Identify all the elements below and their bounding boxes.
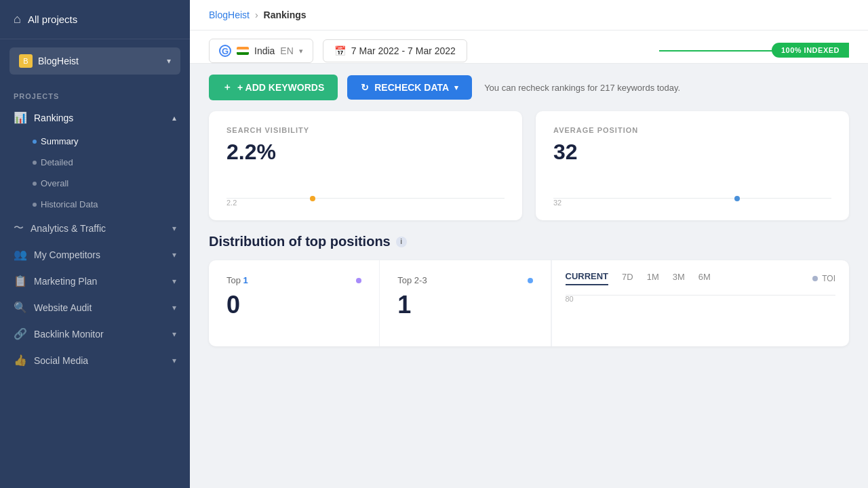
top1-dot	[356, 278, 361, 283]
project-favicon: B	[19, 54, 33, 68]
top1-pos-num: 1	[243, 275, 248, 285]
sidebar-item-overall[interactable]: Overall	[0, 173, 190, 194]
social-icon: 👍	[14, 354, 27, 367]
top2-3-dot	[528, 278, 533, 283]
backlink-chevron-icon: ▾	[172, 329, 176, 339]
sidebar-item-competitors[interactable]: 👥 My Competitors ▾	[0, 241, 190, 268]
sidebar-item-rankings[interactable]: 📊 Rankings ▴	[0, 104, 190, 131]
tab-1m[interactable]: 1M	[647, 272, 659, 285]
google-icon: G	[219, 45, 231, 57]
detailed-dot	[33, 161, 37, 165]
engine-filter-button[interactable]: G India EN ▾	[209, 39, 313, 63]
overall-dot	[33, 182, 37, 186]
recheck-info-text: You can recheck rankings for 217 keyword…	[484, 83, 680, 93]
main-content: BlogHeist › Rankings G India EN ▾ 📅 7 Ma…	[190, 0, 868, 488]
breadcrumb-current: Rankings	[264, 9, 307, 20]
sidebar-item-analytics[interactable]: 〜 Analytics & Traffic ▾	[0, 215, 190, 241]
audit-chevron-icon: ▾	[172, 303, 176, 312]
metrics-row: SEARCH VISIBILITY 2.2% 2.2 AVERAGE POSIT…	[190, 111, 868, 234]
projects-section-label: PROJECTS	[0, 83, 190, 104]
all-projects-link[interactable]: ⌂ All projects	[0, 0, 190, 39]
backlink-label: Backlink Monitor	[34, 329, 104, 340]
sidebar-item-audit[interactable]: 🔍 Website Audit ▾	[0, 294, 190, 321]
project-name: BlogHeist	[38, 56, 79, 66]
language-chevron-icon: ▾	[299, 47, 303, 56]
sidebar-item-summary[interactable]: Summary	[0, 131, 190, 152]
rankings-icon: 📊	[14, 111, 27, 124]
metric-card-search-visibility: SEARCH VISIBILITY 2.2% 2.2	[209, 111, 522, 220]
tab-7d[interactable]: 7D	[622, 272, 633, 285]
home-icon: ⌂	[14, 12, 21, 26]
recheck-chevron-icon: ▾	[454, 83, 458, 92]
chart-left-label: 2.2	[226, 199, 237, 207]
tab-6m[interactable]: 6M	[698, 272, 711, 285]
action-bar: ＋ + ADD KEYWORDS ↻ RECHECK DATA ▾ You ca…	[190, 64, 868, 111]
search-visibility-label: SEARCH VISIBILITY	[226, 126, 505, 134]
social-label: Social Media	[34, 355, 88, 366]
summary-dot	[33, 140, 37, 144]
plus-icon: ＋	[222, 81, 232, 94]
search-visibility-value: 2.2%	[226, 140, 505, 165]
distribution-cards: Top 1 0 Top 2-3 1 CURRENT 7D 1M	[209, 260, 849, 346]
breadcrumb: BlogHeist › Rankings	[190, 0, 868, 30]
sidebar-item-historical[interactable]: Historical Data	[0, 194, 190, 215]
distribution-title-text: Distribution of top positions	[209, 234, 391, 249]
top1-label-text: Top 1	[226, 275, 248, 285]
backlink-icon: 🔗	[14, 327, 27, 340]
metric-card-average-position: AVERAGE POSITION 32 32	[536, 111, 849, 220]
average-position-value: 32	[553, 140, 831, 165]
chart-dot-mid	[310, 196, 315, 201]
sidebar-item-detailed[interactable]: Detailed	[0, 152, 190, 173]
sidebar: ⌂ All projects B BlogHeist ▾ PROJECTS 📊 …	[0, 0, 190, 488]
competitors-icon: 👥	[14, 248, 27, 261]
date-range-button[interactable]: 📅 7 Mar 2022 - 7 Mar 2022	[323, 39, 467, 62]
detailed-label: Detailed	[41, 157, 73, 167]
distribution-title: Distribution of top positions i	[209, 234, 849, 249]
top2-3-value: 1	[397, 291, 532, 319]
info-icon[interactable]: i	[396, 237, 407, 247]
breadcrumb-project[interactable]: BlogHeist	[209, 9, 250, 20]
audit-icon: 🔍	[14, 301, 27, 314]
tab-current[interactable]: CURRENT	[566, 271, 609, 285]
chevron-up-icon: ▴	[172, 113, 176, 123]
sidebar-item-marketing[interactable]: 📋 Marketing Plan ▾	[0, 268, 190, 294]
breadcrumb-separator: ›	[255, 9, 258, 20]
language-label: EN	[280, 45, 293, 56]
all-projects-label: All projects	[28, 14, 77, 25]
marketing-chevron-icon: ▾	[172, 277, 176, 286]
distribution-chart: 80	[566, 295, 836, 336]
add-keywords-button[interactable]: ＋ + ADD KEYWORDS	[209, 75, 338, 100]
refresh-icon: ↻	[361, 82, 369, 93]
filter-bar: G India EN ▾ 📅 7 Mar 2022 - 7 Mar 2022 1…	[190, 30, 868, 64]
indexed-line	[659, 50, 781, 52]
india-flag-icon	[237, 47, 249, 55]
distribution-chart-area: CURRENT 7D 1M 3M 6M TOI 80	[551, 260, 850, 346]
tab-legend: TOI	[812, 274, 835, 283]
project-selector[interactable]: B BlogHeist ▾	[9, 47, 180, 75]
distribution-section: Distribution of top positions i Top 1 0 …	[190, 234, 868, 360]
analytics-chevron-icon: ▾	[172, 224, 176, 233]
tab-3m[interactable]: 3M	[673, 272, 685, 285]
sidebar-item-backlink[interactable]: 🔗 Backlink Monitor ▾	[0, 321, 190, 347]
social-chevron-icon: ▾	[172, 356, 176, 365]
legend-dot	[812, 276, 818, 281]
search-visibility-chart: 2.2	[226, 178, 505, 205]
avg-chart-dot	[734, 196, 740, 201]
average-position-label: AVERAGE POSITION	[553, 126, 831, 134]
historical-dot	[33, 203, 37, 207]
calendar-icon: 📅	[334, 45, 346, 56]
marketing-icon: 📋	[14, 274, 27, 287]
indexed-badge: 100% INDEXED	[772, 43, 849, 58]
legend-label: TOI	[822, 274, 835, 283]
chart-grid-line	[566, 295, 836, 296]
analytics-label: Analytics & Traffic	[31, 223, 106, 234]
recheck-data-button[interactable]: ↻ RECHECK DATA ▾	[347, 75, 472, 100]
sidebar-item-social[interactable]: 👍 Social Media ▾	[0, 347, 190, 373]
rankings-label: Rankings	[34, 113, 73, 123]
marketing-label: Marketing Plan	[34, 276, 97, 287]
overall-label: Overall	[41, 178, 68, 188]
top2-3-label-text: Top 2-3	[397, 275, 427, 285]
date-range-label: 7 Mar 2022 - 7 Mar 2022	[351, 45, 456, 56]
top1-value: 0	[226, 291, 361, 319]
chevron-down-icon: ▾	[167, 56, 171, 66]
